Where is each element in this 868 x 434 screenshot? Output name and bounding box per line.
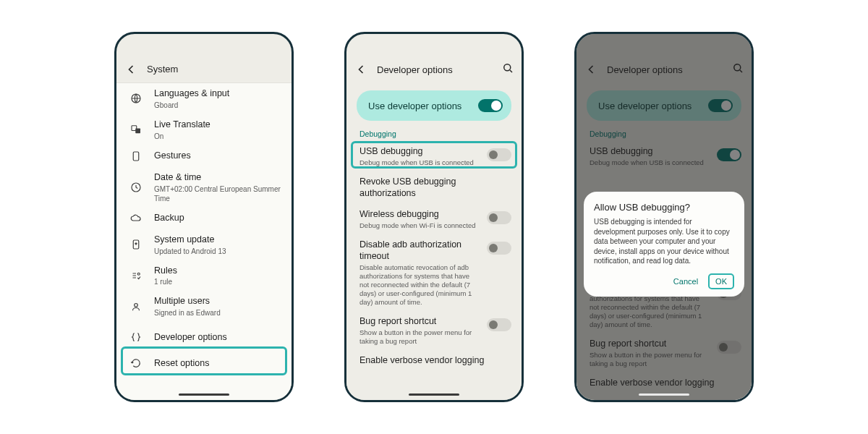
row-revoke-usb[interactable]: Revoke USB debugging authorizations [346,171,522,204]
row-label: Multiple users [154,295,281,307]
row-languages-input[interactable]: Languages & inputGboard [116,83,292,114]
toggle-wireless-debugging[interactable] [487,211,511,224]
status-bar [116,34,292,56]
toggle-bug-report-shortcut[interactable] [487,318,511,331]
row-label: Reset options [154,357,281,370]
use-dev-options-toggle-row[interactable]: Use developer options [357,90,511,121]
setting-desc: Disable automatic revocation of adb auth… [359,263,480,306]
setting-desc: Show a button in the power menu for taki… [359,328,480,346]
setting-desc: Debug mode when Wi-Fi is connected [359,221,480,230]
dialog-title: Allow USB debugging? [594,202,734,213]
search-icon[interactable] [501,61,514,77]
phone-system-settings: System Languages & inputGboard Live Tran… [114,32,294,402]
row-sub: Gboard [154,101,281,110]
globe-icon [129,92,142,105]
phone-usb-debugging-dialog: Developer options Use developer options … [574,32,754,402]
row-live-translate[interactable]: Live TranslateOn [116,114,292,145]
dialog-ok-button[interactable]: OK [708,273,734,289]
toggle-disable-adb-timeout[interactable] [487,242,511,255]
setting-title: Wireless debugging [359,208,480,220]
page-title: Developer options [377,64,501,75]
nav-handle[interactable] [179,393,229,396]
row-label: Rules [154,265,281,277]
phone-developer-options: Developer options Use developer options … [344,32,524,402]
title-bar: System [116,56,292,83]
svg-point-7 [135,303,138,307]
setting-title: Bug report shortcut [359,315,480,327]
clock-icon [129,181,142,194]
row-label: Backup [154,212,281,224]
svg-point-6 [137,273,140,275]
section-debugging: Debugging [346,125,522,141]
users-icon [129,300,142,313]
nav-handle[interactable] [409,393,459,396]
row-sub: 1 rule [154,277,281,286]
gesture-icon [129,150,142,163]
dialog-allow-usb-debugging: Allow USB debugging? USB debugging is in… [584,192,744,297]
status-bar [346,34,522,56]
row-wireless-debugging[interactable]: Wireless debugging Debug mode when Wi-Fi… [346,204,522,234]
row-rules[interactable]: Rules1 rule [116,260,292,292]
reset-icon [129,357,142,370]
toggle-usb-debugging[interactable] [487,148,511,161]
back-arrow-icon[interactable] [354,62,368,77]
braces-icon [129,331,142,344]
row-system-update[interactable]: System updateUpdated to Android 13 [116,229,292,260]
row-label: Languages & input [154,88,281,100]
back-arrow-icon[interactable] [124,62,138,77]
row-date-time[interactable]: Date & timeGMT+02:00 Central European Su… [116,167,292,208]
row-verbose-vendor-logging[interactable]: Enable verbose vendor logging [346,350,522,370]
translate-icon [129,123,142,136]
setting-title: Disable adb authorization timeout [359,239,480,263]
row-gestures[interactable]: Gestures [116,145,292,167]
setting-title: Enable verbose vendor logging [359,354,511,366]
row-label: Live Translate [154,119,281,131]
dialog-cancel-button[interactable]: Cancel [671,274,701,289]
title-bar: Developer options [346,56,522,83]
row-label: Gestures [154,150,281,162]
nav-handle[interactable] [639,393,689,396]
dev-options-content[interactable]: Use developer options Debugging USB debu… [346,83,522,400]
pill-label: Use developer options [368,101,461,111]
setting-title: Revoke USB debugging authorizations [359,176,511,200]
row-label: System update [154,234,281,246]
row-label: Date & time [154,171,281,184]
row-disable-adb-timeout[interactable]: Disable adb authorization timeout Disabl… [346,234,522,311]
row-label: Developer options [154,331,281,344]
settings-list[interactable]: Languages & inputGboard Live TranslateOn… [116,83,292,400]
row-backup[interactable]: Backup [116,208,292,229]
row-bug-report-shortcut[interactable]: Bug report shortcut Show a button in the… [346,311,522,350]
row-sub: Updated to Android 13 [154,247,281,256]
row-multiple-users[interactable]: Multiple usersSigned in as Edward [116,291,292,322]
svg-rect-3 [133,152,139,161]
svg-rect-2 [135,129,140,134]
row-developer-options[interactable]: Developer options [116,322,292,352]
toggle-use-dev-options[interactable] [478,99,503,112]
row-sub: GMT+02:00 Central European Summer Time [154,184,281,203]
row-reset-options[interactable]: Reset options [116,352,292,374]
dialog-actions: Cancel OK [594,273,734,289]
page-title: System [147,64,284,75]
cloud-icon [129,212,142,225]
setting-desc: Debug mode when USB is connected [359,158,480,167]
row-sub: Signed in as Edward [154,308,281,318]
rules-icon [129,269,142,282]
setting-title: USB debugging [359,145,480,157]
update-icon [129,238,142,251]
svg-point-8 [504,64,511,71]
dialog-body: USB debugging is intended for developmen… [594,217,734,266]
row-sub: On [154,132,281,141]
row-usb-debugging[interactable]: USB debugging Debug mode when USB is con… [346,141,522,171]
